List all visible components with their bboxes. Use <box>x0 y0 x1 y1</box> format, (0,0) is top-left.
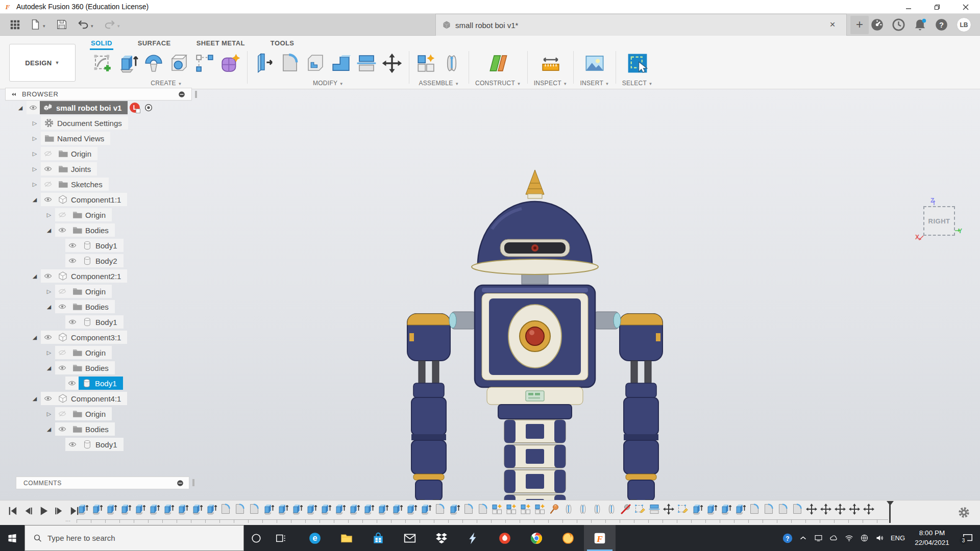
expanded-triangle-icon[interactable]: ◢ <box>29 196 41 203</box>
tree-row-content[interactable]: Named Views <box>41 132 110 145</box>
timeline-settings-gear-icon[interactable] <box>958 506 970 519</box>
split-tool-button[interactable] <box>356 53 377 76</box>
user-avatar[interactable]: LB <box>957 17 971 32</box>
view-cube[interactable]: RIGHT Z Y X <box>916 199 960 243</box>
eye-icon[interactable] <box>67 241 78 249</box>
collapsed-triangle-icon[interactable]: ▷ <box>43 349 55 356</box>
taskbar-app-dropbox[interactable] <box>426 525 457 551</box>
timeline-feature-extrude[interactable] <box>705 503 718 517</box>
volume-icon[interactable] <box>872 534 887 542</box>
eye-icon[interactable] <box>43 333 53 341</box>
expanded-triangle-icon[interactable]: ◢ <box>43 227 55 234</box>
onedrive-icon[interactable] <box>826 534 841 542</box>
expanded-triangle-icon[interactable]: ◢ <box>43 304 55 310</box>
tree-row-content[interactable]: Body1 <box>65 239 124 252</box>
tree-item-bodies[interactable]: ◢Bodies <box>5 422 199 436</box>
tree-item-component2-1[interactable]: ◢Component2:1 <box>5 269 199 283</box>
browser-panel-header[interactable]: BROWSER <box>5 88 192 101</box>
ribbon-group-label[interactable]: ASSEMBLE ▼ <box>419 80 459 87</box>
collapsed-triangle-icon[interactable]: ▷ <box>29 135 41 142</box>
job-status-icon[interactable] <box>892 18 905 32</box>
timeline-feature-fillet[interactable] <box>477 503 489 517</box>
timeline-feature-extrude[interactable] <box>334 503 346 517</box>
step-forward-button[interactable] <box>53 505 65 519</box>
document-status-badge[interactable]: L <box>130 103 140 113</box>
collapsed-triangle-icon[interactable]: ▷ <box>29 120 41 127</box>
eyeoff-icon[interactable] <box>43 149 53 158</box>
monitor-icon[interactable] <box>811 534 826 542</box>
measure-tool-button[interactable] <box>540 53 561 76</box>
undo-dropdown[interactable]: ▾ <box>91 23 93 29</box>
timeline-feature-sketch[interactable] <box>677 503 689 517</box>
taskbar-app-lightning[interactable] <box>457 525 489 551</box>
hole-tool-button[interactable] <box>168 53 190 76</box>
tree-item-component4-1[interactable]: ◢Component4:1 <box>5 392 199 405</box>
robot-model[interactable] <box>387 165 683 551</box>
ribbon-tab-sheet-metal[interactable]: SHEET METAL <box>195 37 246 50</box>
expanded-triangle-icon[interactable]: ◢ <box>29 334 41 341</box>
timeline-feature-move[interactable] <box>820 503 832 517</box>
notifications-bell-icon[interactable] <box>913 18 927 32</box>
tree-row-content[interactable]: Component2:1 <box>41 269 127 283</box>
eye-icon[interactable] <box>57 425 67 433</box>
taskbar-app-mail[interactable] <box>394 525 426 551</box>
timeline-feature-fillet[interactable] <box>248 503 260 517</box>
expanded-triangle-icon[interactable]: ◢ <box>14 105 27 111</box>
timeline-feature-fillet[interactable] <box>462 503 475 517</box>
visibility-eye-icon[interactable] <box>65 377 79 390</box>
tree-row-content[interactable]: Body1 <box>65 315 124 329</box>
comments-panel-header[interactable]: COMMENTS <box>16 477 189 489</box>
close-button[interactable] <box>951 0 980 14</box>
eyeoff-icon[interactable] <box>43 180 53 188</box>
new-document-tab-button[interactable]: + <box>850 16 869 34</box>
redo-dropdown[interactable]: ▾ <box>117 23 120 29</box>
tree-item-origin[interactable]: ▷Origin <box>5 407 199 420</box>
timeline-feature-extrude[interactable] <box>191 503 203 517</box>
help-icon[interactable] <box>935 18 948 32</box>
save-icon[interactable] <box>56 19 67 30</box>
joint-tool-button[interactable] <box>441 53 462 76</box>
fillet-tool-button[interactable] <box>279 53 301 76</box>
move-tool-button[interactable] <box>381 53 403 76</box>
tree-item-small-robot-boi-v1[interactable]: ◢small robot boi v1L <box>5 101 199 114</box>
timeline-feature-move[interactable] <box>848 503 861 517</box>
collapsed-triangle-icon[interactable]: ▷ <box>29 166 41 172</box>
ribbon-tab-surface[interactable]: SURFACE <box>137 37 172 50</box>
ribbon-group-label[interactable]: SELECT ▼ <box>622 80 653 87</box>
timeline-feature-extrude[interactable] <box>105 503 117 517</box>
file-dropdown[interactable]: ▾ <box>43 23 45 29</box>
timeline-feature-extrude[interactable] <box>291 503 303 517</box>
tree-row-content[interactable]: Component3:1 <box>41 331 127 344</box>
app-grid-icon[interactable] <box>9 19 20 30</box>
extensions-icon[interactable] <box>870 18 884 32</box>
taskbar-app-chrome[interactable] <box>521 525 552 551</box>
tree-row-content[interactable]: Origin <box>55 208 112 221</box>
ribbon-group-label[interactable]: INSPECT ▼ <box>534 80 568 87</box>
timeline-feature-split[interactable] <box>648 503 660 517</box>
timeline-feature-newcomp[interactable] <box>534 503 546 517</box>
tree-row-content[interactable]: Bodies <box>55 361 115 374</box>
document-tab[interactable]: small robot boi v1* × <box>435 14 847 36</box>
collapse-panel-icon[interactable] <box>10 92 18 97</box>
tree-row-content[interactable]: Body1 <box>79 377 123 390</box>
timeline-feature-extrude[interactable] <box>362 503 375 517</box>
eye-icon[interactable] <box>67 257 78 265</box>
ribbon-group-label[interactable]: CONSTRUCT ▼ <box>475 80 521 87</box>
timeline-feature-extrude[interactable] <box>148 503 160 517</box>
timeline-feature-extrude[interactable] <box>377 503 389 517</box>
eye-icon[interactable] <box>43 165 53 173</box>
tree-item-component1-1[interactable]: ◢Component1:1 <box>5 193 199 206</box>
taskbar-clock[interactable]: 8:00 PM 22/04/2021 <box>909 529 955 547</box>
document-tab-close-icon[interactable]: × <box>826 18 839 32</box>
eye-icon[interactable] <box>43 394 53 403</box>
eyeoff-icon[interactable] <box>57 287 67 295</box>
redo-icon[interactable] <box>104 19 115 30</box>
tree-item-body1[interactable]: Body1 <box>5 239 199 252</box>
eye-icon[interactable] <box>43 195 53 204</box>
timeline-feature-extrude[interactable] <box>162 503 175 517</box>
timeline-feature-fillet[interactable] <box>763 503 775 517</box>
combine-tool-button[interactable] <box>330 53 352 76</box>
timeline-feature-extrude[interactable] <box>720 503 732 517</box>
eyeoff-icon[interactable] <box>57 348 67 357</box>
timeline-feature-extrude[interactable] <box>119 503 132 517</box>
